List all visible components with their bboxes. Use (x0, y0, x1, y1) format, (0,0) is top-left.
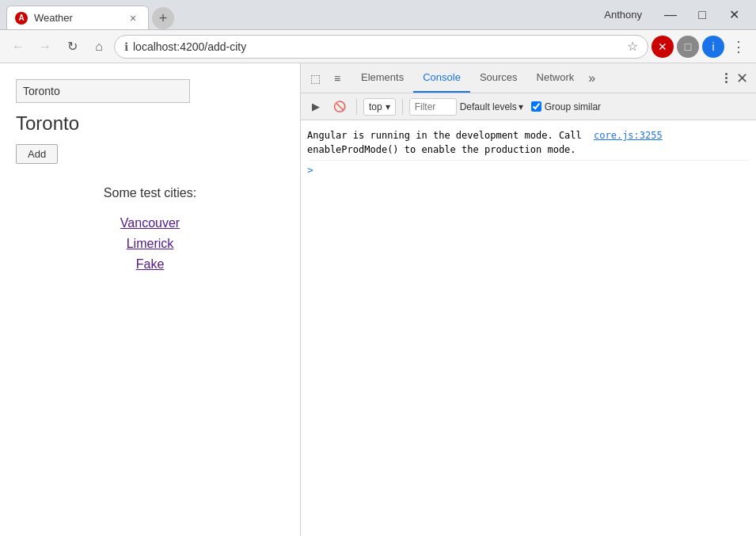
address-bar[interactable]: ℹ ☆ (114, 35, 648, 59)
devtools-header: ⬚ ≡ Elements Console Sources Network » ✕ (301, 63, 756, 93)
console-message-line2: enableProdMode() to enable the productio… (307, 144, 576, 155)
console-message-content: Angular is running in the development mo… (307, 128, 750, 157)
bookmark-icon[interactable]: ☆ (627, 39, 638, 54)
city-input[interactable] (16, 79, 190, 103)
devtools-clear-icon[interactable]: 🚫 (329, 97, 350, 117)
restore-button[interactable]: □ (693, 6, 712, 25)
devtools-tabs: Elements Console Sources Network » (351, 63, 719, 93)
main-area: Toronto Add Some test cities: VancouverL… (0, 63, 756, 536)
devtools-close-button[interactable]: ✕ (731, 67, 753, 89)
city-display: Toronto (16, 112, 284, 135)
address-info-icon: ℹ (124, 40, 128, 53)
toolbar-divider (356, 99, 357, 115)
close-button[interactable]: ✕ (724, 6, 743, 25)
city-links: VancouverLimerickFake (16, 216, 284, 272)
new-tab-button[interactable]: + (152, 7, 174, 29)
tab-network[interactable]: Network (527, 63, 584, 93)
add-button[interactable]: Add (16, 144, 58, 164)
tab-console[interactable]: Console (413, 63, 470, 93)
reload-button[interactable]: ↻ (60, 35, 84, 59)
context-arrow: ▾ (386, 101, 390, 112)
console-prompt[interactable]: > (307, 161, 750, 179)
nav-more-button[interactable]: ⋮ (728, 36, 750, 58)
tab-elements[interactable]: Elements (351, 63, 413, 93)
minimize-button[interactable]: — (661, 6, 680, 25)
devtools-console-toggle-icon[interactable]: ≡ (326, 67, 348, 89)
home-button[interactable]: ⌂ (87, 35, 111, 59)
nav-action-red-button[interactable]: ✕ (652, 36, 674, 58)
active-tab[interactable]: A Weather × (6, 6, 149, 29)
city-link[interactable]: Fake (136, 257, 165, 272)
titlebar-controls: Anthony — □ ✕ (604, 6, 750, 25)
tab-favicon: A (15, 12, 28, 25)
devtools-toolbar: ▶ 🚫 top ▾ Default levels ▾ Group similar (301, 93, 756, 120)
city-link[interactable]: Vancouver (120, 216, 180, 230)
test-cities-label: Some test cities: (16, 186, 284, 200)
toolbar-divider2 (402, 99, 403, 115)
context-selector[interactable]: top ▾ (363, 98, 396, 116)
context-value: top (369, 101, 382, 112)
devtools-more-tabs[interactable]: » (583, 71, 600, 86)
group-similar-label: Group similar (545, 101, 601, 112)
devtools-inspector-icon[interactable]: ⬚ (304, 67, 326, 89)
group-similar-checkbox-group: Group similar (531, 101, 601, 112)
titlebar-tabs: A Weather × + (6, 0, 604, 29)
group-similar-checkbox[interactable] (531, 101, 541, 112)
navbar: ← → ↻ ⌂ ℹ ☆ ✕ □ i ⋮ (0, 30, 756, 63)
devtools-options-icon[interactable] (722, 70, 731, 86)
nav-actions: ✕ □ i ⋮ (652, 36, 750, 58)
filter-input[interactable] (409, 98, 457, 116)
console-message-link[interactable]: core.js:3255 (594, 130, 663, 141)
console-message-line1: Angular is running in the development mo… (307, 130, 582, 141)
forward-button[interactable]: → (33, 35, 57, 59)
nav-action-blue-button[interactable]: i (702, 36, 724, 58)
nav-action-grey-button[interactable]: □ (677, 36, 699, 58)
default-levels-selector[interactable]: Default levels ▾ (460, 101, 523, 112)
city-link[interactable]: Limerick (127, 237, 174, 251)
tab-close-button[interactable]: × (126, 11, 140, 25)
webpage: Toronto Add Some test cities: VancouverL… (0, 63, 301, 536)
titlebar: A Weather × + Anthony — □ ✕ (0, 0, 756, 30)
tab-sources[interactable]: Sources (470, 63, 527, 93)
console-message: Angular is running in the development mo… (307, 125, 750, 161)
back-button[interactable]: ← (6, 35, 30, 59)
titlebar-user: Anthony (604, 9, 642, 21)
address-input[interactable] (133, 40, 622, 53)
devtools-run-icon[interactable]: ▶ (306, 97, 326, 117)
tab-title: Weather (34, 12, 73, 24)
devtools-panel: ⬚ ≡ Elements Console Sources Network » ✕… (301, 63, 756, 536)
console-output: Angular is running in the development mo… (301, 120, 756, 536)
